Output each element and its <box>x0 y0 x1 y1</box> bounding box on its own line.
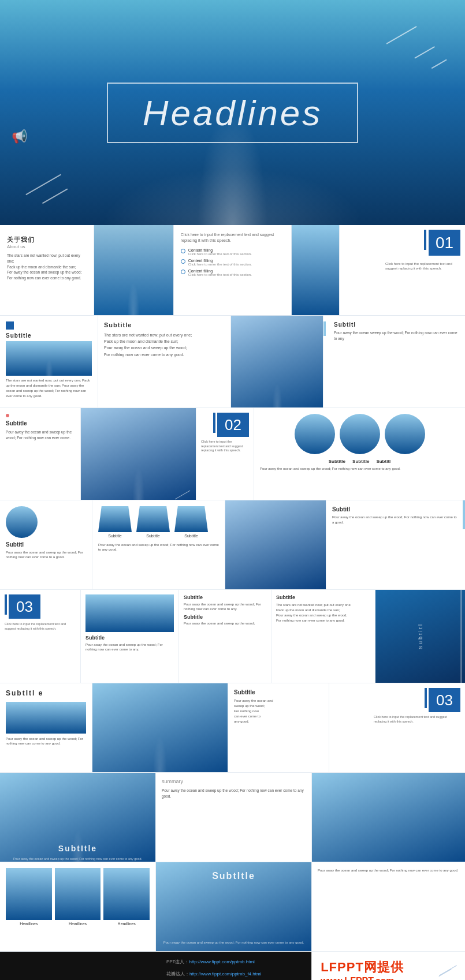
about-left: 关于我们 About us The stars are not wanted n… <box>0 225 94 315</box>
item-sub-1: Click here to enter the text of this sec… <box>188 252 252 256</box>
content-item-1: Content fillingClick here to enter the t… <box>181 248 284 256</box>
slide-7-num: 03 Click here to input the replacement t… <box>329 683 465 772</box>
links-slide: PPT达人： http://www.fippt.com/pptmb.html 花… <box>159 952 311 980</box>
deco-diag <box>174 495 191 495</box>
slide-6-cell-5: Subtitl <box>375 590 465 683</box>
half-circle-1 <box>6 506 38 538</box>
v-accent-03 <box>5 594 7 615</box>
summary-label: summary <box>162 779 306 784</box>
brand-url: www.LFPPT.com <box>321 976 456 980</box>
slide-4-subtitle: Subtitle <box>6 420 75 427</box>
circle-sub-2: Subtitle <box>352 459 369 464</box>
link-url-1[interactable]: http://www.fippt.com/pptmb.html <box>189 959 254 964</box>
slide-6-sub2: Subtitle <box>184 594 266 600</box>
circle-1 <box>295 414 335 454</box>
blue-accent-sq <box>6 321 14 330</box>
dot-2 <box>181 259 185 264</box>
trap-sub-1: Subtitle <box>108 534 121 538</box>
hero-slide: Headlines 📢 <box>0 0 465 225</box>
deco-lines <box>438 970 458 973</box>
speaker-icon: 📢 <box>12 129 27 144</box>
item-label-2: Content filling <box>188 259 252 263</box>
slide-4-body: Pour away the ocean and sweep up the woo… <box>6 429 75 441</box>
slide-9-cell-3: Pour away the ocean and sweep up the woo… <box>312 862 465 951</box>
link-label-1: PPT达人： <box>166 959 189 965</box>
slide-4-num: 02 Click here to input the replacement t… <box>196 408 254 500</box>
slide-6-body2: Pour away the ocean and sweep up the woo… <box>184 602 266 612</box>
slide-8-cell-1: SubtItle Pour away the ocean and sweep u… <box>0 773 156 862</box>
slide-7-ocean-wide <box>92 683 228 772</box>
slide-5-traps: Subtitle Subtitle Subtitle Pour away the… <box>92 500 225 589</box>
right-accent <box>463 500 465 529</box>
slide-7-note: Click here to input the replacement text… <box>374 715 460 724</box>
item-label-3: Content filling <box>188 269 252 273</box>
about-body: The stars are not wanted now; put out ev… <box>7 253 87 281</box>
slide-6-cell-2: Subtitle Pour away the ocean and sweep u… <box>81 590 179 683</box>
subtitle-label-3: Subtitl <box>334 321 459 328</box>
dot-3 <box>181 270 185 274</box>
trap-sub-3: Subtitle <box>184 534 198 538</box>
num-badge-03: 03 <box>9 594 40 619</box>
slide-row-5: Subtitl Pour away the ocean and sweep up… <box>0 500 465 590</box>
item-sub-2: Click here to enter the text of this sec… <box>188 263 252 266</box>
slide-row-6: 03 Click here to input the replacement t… <box>0 590 465 683</box>
slide-5-subtitle-r: Subtitl <box>332 506 459 513</box>
circle-sub-1: Subtitle <box>329 459 345 464</box>
slide-row-3: Subtitle The stars are not wanted now; p… <box>0 316 465 408</box>
trap-2 <box>136 506 170 532</box>
trap-1 <box>98 506 132 532</box>
slide-row-7: SubtItl e Pour away the ocean and sweep … <box>0 683 465 773</box>
slide-7-body: Pour away the ocean and sweep up the woo… <box>6 736 86 746</box>
about-content-list: Click here to input the replacement text… <box>174 225 292 315</box>
v-accent-02 <box>213 413 215 433</box>
slide-9-subtitle-title: SubtItle <box>212 871 255 881</box>
circle-2 <box>340 414 380 454</box>
trap-sub-2: Subtitle <box>146 534 159 538</box>
circle-3 <box>385 414 425 454</box>
slide-6-cell-3: Subtitle Pour away the ocean and sweep u… <box>179 590 271 683</box>
slide-5-cell-4: Subtitl Pour away the ocean and sweep up… <box>326 500 465 589</box>
brand-title: LFPPT网提供 <box>321 959 456 976</box>
slide-9-body3: Pour away the ocean and sweep up the woo… <box>318 868 459 873</box>
slide-7-cell-1: SubtItl e Pour away the ocean and sweep … <box>0 683 92 772</box>
slide-6-sub1: Subtitle <box>85 635 174 641</box>
link-url-2[interactable]: http://www.fippt.com/pptmb_f4.html <box>189 971 262 977</box>
slide-6-body1: Pour away the ocean and sweep up the woo… <box>85 642 174 652</box>
headline-box: Headlines <box>107 83 359 143</box>
slide-8-subtitle-overlay: SubtItle <box>58 844 97 853</box>
slide-9-body-overlay: Pour away the ocean and sweep up the woo… <box>162 940 306 945</box>
slide-3-cell-3 <box>231 316 323 407</box>
slide-6-cell-4: Subtitle The stars are not wanted now; p… <box>271 590 375 683</box>
v-accent-03b <box>425 688 427 708</box>
slide-4-circles: Subtitle Subtitle Subtitl Pour away the … <box>254 408 465 500</box>
slide-row-9: Headlines Headlines Headlines SubtItle P… <box>0 862 465 952</box>
slide-7-body2: Pour away the ocean and sweep up the woo… <box>234 698 323 724</box>
thankyou-slide: Thank you <box>0 952 159 980</box>
link-label-2: 花瓣达人： <box>166 971 189 977</box>
circles-body: Pour away the ocean and sweep up the woo… <box>260 466 459 471</box>
img-headlines-3 <box>103 868 150 920</box>
headlines-label-1: Headlines <box>6 922 52 926</box>
about-note: Click here to input the replacement text… <box>181 232 284 244</box>
content-item-2: Content fillingClick here to enter the t… <box>181 259 284 266</box>
circle-sub-3: Subtitl <box>376 459 390 464</box>
slide-5-body: Pour away the ocean and sweep up the woo… <box>6 550 86 560</box>
img-headlines-2 <box>55 868 101 920</box>
slide-3-cell-1: Subtitle The stars are not wanted now; p… <box>0 316 98 407</box>
about-right: 01 Click here to input the replacement t… <box>340 225 465 315</box>
slide-6-body2b: Pour away the ocean and sweep up the woo… <box>184 621 266 626</box>
v-accent <box>424 230 426 250</box>
about-en-title: About us <box>7 244 87 249</box>
slide-3-cell-4: Subtitl Pour away the ocean sweep up the… <box>323 316 465 407</box>
about-slide: 关于我们 About us The stars are not wanted n… <box>0 225 465 316</box>
slide-7-subtitle: SubtItl e <box>6 689 86 698</box>
final-row: Thank you PPT达人： http://www.fippt.com/pp… <box>0 952 465 980</box>
slide-3-cell-2: Subtitle The stars are not wanted now; p… <box>98 316 231 407</box>
slide-8-summary: summary Pour away the ocean and sweep up… <box>156 773 312 862</box>
slide-row-8: SubtItle Pour away the ocean and sweep u… <box>0 773 465 862</box>
slide-8-body-overlay: Pour away the ocean and sweep up the woo… <box>6 857 150 862</box>
about-ocean-img-2 <box>292 225 340 315</box>
about-cn-title: 关于我们 <box>7 235 87 244</box>
trap-3 <box>174 506 208 532</box>
slide-4-cell-1: Subtitle Pour away the ocean and sweep u… <box>0 408 81 500</box>
